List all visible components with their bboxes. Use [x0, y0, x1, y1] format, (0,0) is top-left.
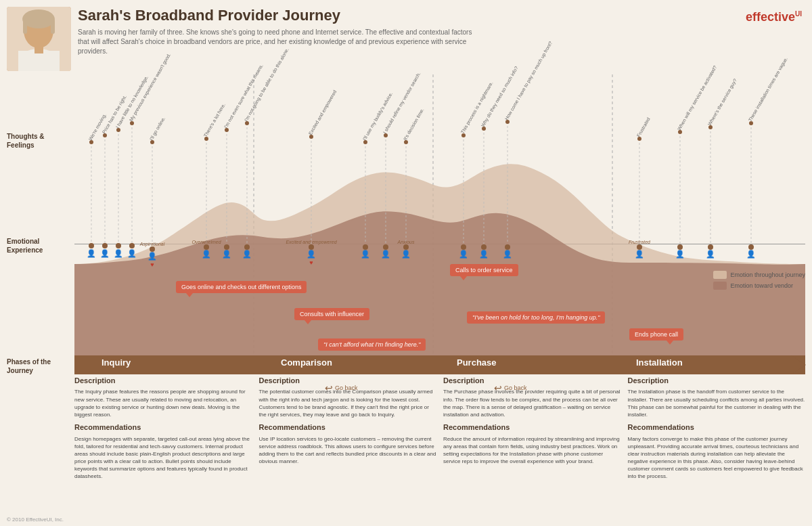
svg-text:👤: 👤	[127, 248, 137, 258]
svg-text:👤: 👤	[361, 249, 370, 259]
svg-rect-6	[18, 51, 60, 71]
descriptions-area: Description The Inquiry phase features t…	[74, 376, 805, 519]
go-back-1: ↩ Go back	[325, 382, 358, 393]
page-title: Sarah's Broadband Provider Journey	[78, 7, 798, 24]
svg-point-71	[708, 244, 713, 250]
svg-point-36	[129, 243, 135, 248]
svg-point-69	[677, 244, 683, 250]
svg-point-103	[363, 140, 367, 144]
svg-text:👤: 👤	[381, 249, 390, 259]
svg-point-102	[309, 135, 313, 139]
svg-text:♥: ♥	[309, 259, 313, 266]
svg-point-62	[481, 244, 487, 250]
svg-point-99	[204, 137, 208, 141]
svg-text:Excited and empowered: Excited and empowered	[286, 240, 337, 245]
svg-text:👤: 👤	[87, 248, 96, 258]
quote-afford: "I can't afford what I'm finding here."	[318, 338, 426, 351]
svg-point-97	[130, 121, 134, 125]
svg-point-112	[749, 121, 753, 125]
timeline-bar	[74, 355, 805, 374]
footer: © 2010 EffectiveUI, Inc.	[7, 517, 64, 523]
svg-rect-3	[23, 19, 27, 34]
thoughts-label: Thoughts & Feelings	[7, 132, 61, 150]
svg-point-34	[116, 243, 121, 248]
svg-rect-7	[35, 45, 43, 53]
svg-point-67	[637, 244, 642, 250]
svg-point-106	[461, 133, 466, 137]
phase-comparison: Comparison	[281, 357, 332, 368]
svg-text:👤: 👤	[675, 249, 685, 259]
phase-inquiry: Inquiry	[102, 357, 131, 368]
svg-point-98	[150, 140, 154, 144]
svg-point-73	[748, 244, 754, 250]
svg-text:These installation times are v: These installation times are vague.	[748, 56, 789, 123]
svg-text:👤: 👤	[503, 249, 512, 259]
timeline-arrow	[791, 355, 806, 374]
svg-text:👤: 👤	[401, 249, 411, 259]
svg-text:Frustrated: Frustrated	[636, 116, 651, 137]
svg-point-110	[678, 130, 682, 134]
svg-point-94	[89, 140, 93, 144]
svg-text:Anxious: Anxious	[397, 240, 415, 244]
svg-rect-4	[51, 19, 55, 34]
svg-point-58	[403, 244, 409, 250]
svg-point-105	[404, 140, 408, 144]
svg-text:👤: 👤	[746, 249, 756, 259]
svg-point-107	[482, 127, 486, 131]
svg-text:👤: 👤	[307, 249, 316, 259]
svg-text:👤: 👤	[459, 249, 468, 259]
svg-text:Why do they need so much info?: Why do they need so much info?	[480, 66, 520, 128]
svg-text:👤: 👤	[100, 248, 110, 258]
svg-point-50	[309, 244, 314, 250]
legend-item-journey: Emotion throughout journey	[713, 271, 805, 279]
svg-text:👤: 👤	[635, 249, 644, 259]
phases-label: Phases of the Journey	[7, 357, 61, 375]
page-description: Sarah is moving her family of three. She…	[78, 28, 484, 56]
svg-text:👤: 👤	[479, 249, 489, 259]
svg-point-43	[204, 244, 209, 250]
svg-point-30	[89, 243, 94, 248]
svg-point-100	[225, 128, 229, 132]
svg-text:There's a lot here.: There's a lot here.	[203, 102, 226, 137]
callout-phone: Ends phone call	[629, 328, 683, 341]
svg-text:Excited and empowered: Excited and empowered	[308, 89, 338, 136]
svg-text:My previous experience wasn't : My previous experience wasn't good.	[129, 52, 172, 123]
svg-point-47	[244, 244, 250, 250]
svg-point-111	[708, 125, 713, 129]
journey-area: 👤 👤 👤 👤 Aspirational 👤 ♥ Overwhelmed 👤 👤…	[74, 74, 805, 519]
svg-text:👤: 👤	[114, 248, 123, 258]
svg-point-55	[383, 244, 388, 250]
svg-point-32	[102, 243, 108, 248]
svg-text:♥: ♥	[150, 261, 154, 268]
svg-point-109	[637, 137, 641, 141]
svg-text:👤: 👤	[148, 251, 157, 261]
svg-point-101	[245, 121, 249, 125]
svg-point-60	[461, 244, 466, 250]
svg-text:I'll use my buddy's advice.: I'll use my buddy's advice.	[362, 91, 394, 141]
phase-purchase: Purchase	[457, 357, 497, 368]
svg-point-2	[22, 9, 55, 28]
quote-hold: "I've been on hold for too long, I'm han…	[467, 311, 605, 324]
svg-text:👤: 👤	[202, 249, 211, 259]
callout-order: Calls to order service	[450, 264, 518, 276]
svg-point-45	[224, 244, 229, 250]
svg-point-64	[505, 244, 510, 250]
callout-online: Goes online and checks out different opt…	[176, 281, 307, 293]
desc-installation: Description The Installation phase is th…	[628, 376, 806, 519]
avatar	[7, 7, 71, 71]
emotional-label: Emotional Experience	[7, 237, 61, 255]
svg-text:I'll go online.: I'll go online.	[149, 116, 166, 141]
legend-item-vendor: Emotion toward vendor	[713, 282, 805, 290]
desc-inquiry: Description The Inquiry phase features t…	[74, 376, 252, 519]
svg-text:Frustrated: Frustrated	[629, 240, 651, 244]
svg-point-53	[363, 244, 368, 250]
legend-color-vendor	[713, 282, 727, 290]
svg-point-104	[384, 133, 388, 137]
svg-point-108	[505, 120, 510, 124]
legend-color-journey	[713, 271, 727, 279]
phase-installation: Installation	[636, 357, 683, 368]
svg-text:Overwhelmed: Overwhelmed	[191, 240, 221, 244]
callout-influencer: Consults with influencer	[294, 308, 369, 320]
header: Sarah's Broadband Provider Journey Sarah…	[78, 7, 798, 56]
go-back-2: ↩ Go back	[494, 382, 527, 393]
